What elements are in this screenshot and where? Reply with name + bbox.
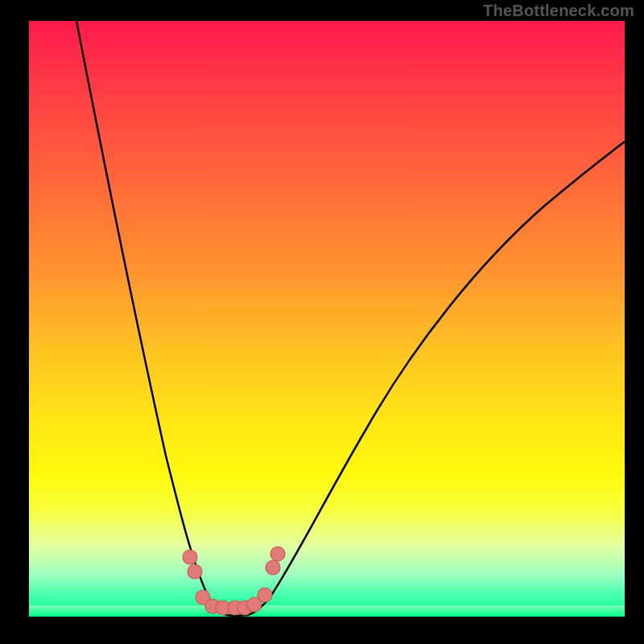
chart-stage: TheBottleneck.com [0,0,644,644]
background-gradient-icon [29,21,625,617]
watermark-text: TheBottleneck.com [483,2,634,20]
green-baseline-icon [29,605,625,617]
plot-area [29,21,625,617]
